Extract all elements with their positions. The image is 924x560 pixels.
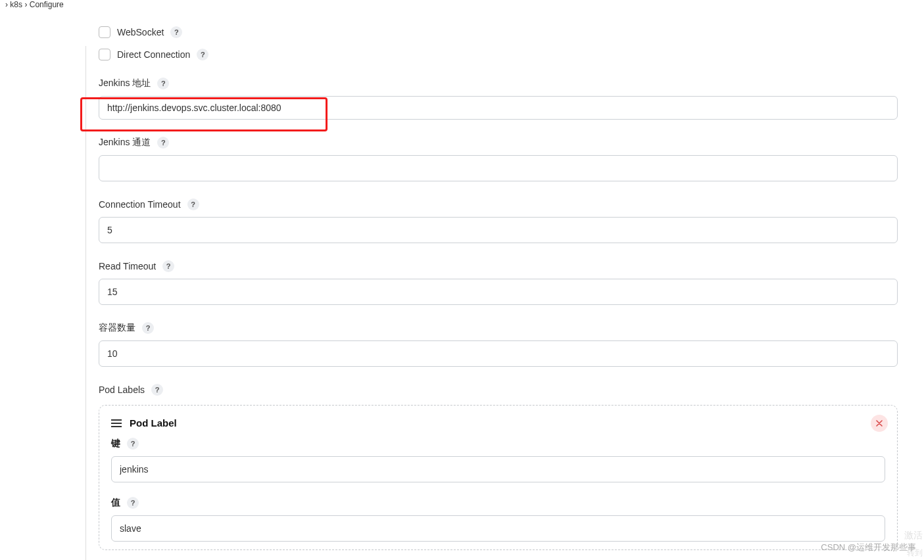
label-text: Pod Labels <box>99 385 145 395</box>
pod-label-value-label: 值 ? <box>111 497 885 509</box>
direct-connection-row: Direct Connection ? <box>99 49 898 60</box>
connection-timeout-label: Connection Timeout ? <box>99 198 898 210</box>
pod-label-panel: Pod Label 键 ? 值 ? <box>99 405 898 550</box>
label-text: Connection Timeout <box>99 199 181 210</box>
help-icon[interactable]: ? <box>197 49 208 60</box>
help-icon[interactable]: ? <box>187 198 199 210</box>
container-cap-row: 容器数量 ? <box>99 322 898 367</box>
form-content: WebSocket ? Direct Connection ? Jenkins … <box>99 26 898 550</box>
websocket-label: WebSocket <box>117 27 164 37</box>
breadcrumb-sep: › <box>24 0 27 9</box>
pod-label-value-input[interactable] <box>111 515 885 542</box>
jenkins-tunnel-row: Jenkins 通道 ? <box>99 137 898 181</box>
help-icon[interactable]: ? <box>127 497 139 509</box>
help-icon[interactable]: ? <box>162 260 174 272</box>
breadcrumb-item[interactable]: Configure <box>30 0 64 9</box>
pod-labels-label: Pod Labels ? <box>99 384 898 396</box>
pod-label-key-input[interactable] <box>111 456 885 482</box>
pod-labels-row: Pod Labels ? Pod Label 键 ? <box>99 384 898 550</box>
close-icon <box>876 420 883 427</box>
help-icon[interactable]: ? <box>142 322 154 334</box>
connection-timeout-input[interactable] <box>99 217 898 243</box>
label-text: 键 <box>111 438 120 450</box>
connection-timeout-row: Connection Timeout ? <box>99 198 898 243</box>
breadcrumb: › k8s › Configure <box>0 0 924 9</box>
jenkins-tunnel-input[interactable] <box>99 155 898 181</box>
direct-connection-checkbox[interactable] <box>99 49 110 60</box>
os-watermark: 激活 <box>904 530 923 542</box>
help-icon[interactable]: ? <box>151 384 163 396</box>
label-text: Jenkins 通道 <box>99 137 151 149</box>
jenkins-tunnel-label: Jenkins 通道 ? <box>99 137 898 149</box>
label-text: Read Timeout <box>99 261 156 271</box>
container-cap-input[interactable] <box>99 340 898 367</box>
help-icon[interactable]: ? <box>157 137 169 149</box>
help-icon[interactable]: ? <box>157 78 169 89</box>
direct-connection-label: Direct Connection <box>117 49 190 60</box>
websocket-checkbox[interactable] <box>99 26 110 38</box>
read-timeout-row: Read Timeout ? <box>99 260 898 305</box>
pod-label-title: Pod Label <box>130 417 177 429</box>
remove-pod-label-button[interactable] <box>871 415 888 432</box>
jenkins-url-row: Jenkins 地址 ? <box>99 78 898 120</box>
label-text: 容器数量 <box>99 322 135 334</box>
container-cap-label: 容器数量 ? <box>99 322 898 334</box>
jenkins-url-input[interactable] <box>99 96 898 120</box>
read-timeout-input[interactable] <box>99 279 898 305</box>
pod-label-key-label: 键 ? <box>111 438 885 450</box>
jenkins-url-label: Jenkins 地址 ? <box>99 78 898 89</box>
label-text: 值 <box>111 497 120 509</box>
pod-label-header: Pod Label <box>111 417 885 429</box>
drag-handle-icon[interactable] <box>111 419 122 427</box>
help-icon[interactable]: ? <box>170 26 182 38</box>
breadcrumb-sep: › <box>5 0 8 9</box>
websocket-row: WebSocket ? <box>99 26 898 38</box>
breadcrumb-item[interactable]: k8s <box>10 0 22 9</box>
side-divider <box>85 46 86 560</box>
read-timeout-label: Read Timeout ? <box>99 260 898 272</box>
help-icon[interactable]: ? <box>127 438 139 450</box>
page-body: WebSocket ? Direct Connection ? Jenkins … <box>0 26 924 560</box>
csdn-watermark: CSDN @运维开发那些事 <box>821 542 916 553</box>
label-text: Jenkins 地址 <box>99 78 151 89</box>
